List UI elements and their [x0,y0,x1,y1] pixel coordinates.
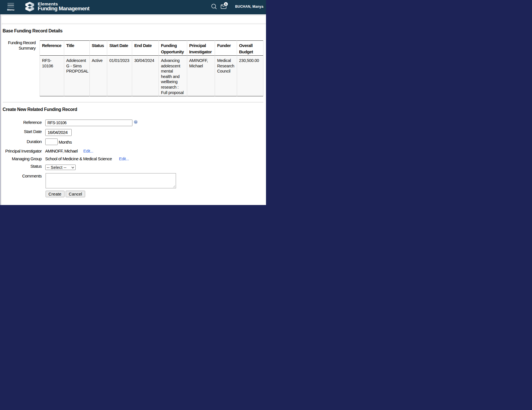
svg-text:?: ? [135,121,136,123]
